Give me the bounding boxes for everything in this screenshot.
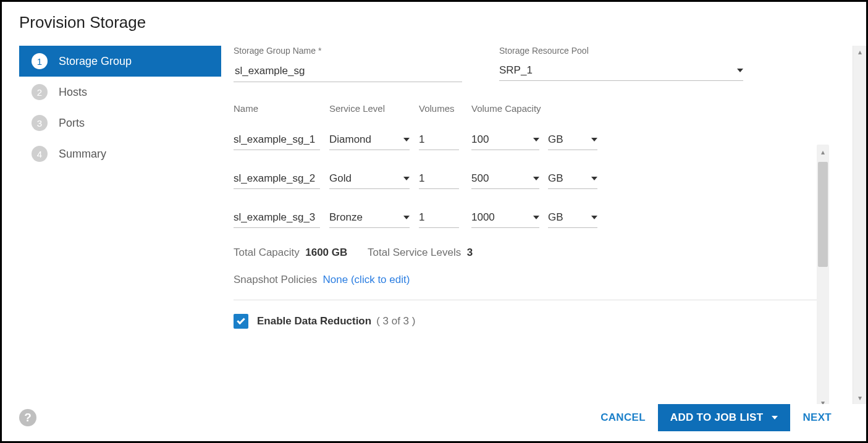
step-label: Ports bbox=[59, 117, 85, 130]
chevron-down-icon bbox=[737, 69, 743, 72]
row-volumes-input[interactable]: 1 bbox=[419, 208, 459, 228]
page-title: Provision Storage bbox=[2, 13, 866, 46]
row-name-input[interactable]: sl_example_sg_1 bbox=[234, 130, 320, 150]
row-capacity-value: 1000 bbox=[471, 211, 495, 224]
step-label: Summary bbox=[59, 148, 106, 161]
col-capacity: Volume Capacity bbox=[471, 103, 595, 114]
step-hosts[interactable]: 2 Hosts bbox=[19, 77, 221, 108]
chevron-down-icon bbox=[533, 138, 539, 141]
sg-name-input[interactable] bbox=[234, 61, 462, 82]
step-summary[interactable]: 4 Summary bbox=[19, 138, 221, 169]
scroll-thumb[interactable] bbox=[818, 162, 828, 267]
row-unit-select[interactable]: GB bbox=[548, 169, 597, 189]
row-capacity-input[interactable]: 100 bbox=[471, 130, 539, 150]
add-to-job-list-label: ADD TO JOB LIST bbox=[670, 411, 764, 424]
snapshot-label: Snapshot Policies bbox=[234, 274, 317, 285]
inner-scrollbar[interactable]: ▴ ▾ bbox=[817, 145, 829, 404]
row-capacity-input[interactable]: 500 bbox=[471, 169, 539, 189]
col-service: Service Level bbox=[329, 103, 419, 114]
step-storage-group[interactable]: 1 Storage Group bbox=[19, 46, 221, 77]
row-unit-value: GB bbox=[548, 133, 563, 146]
row-service-select[interactable]: Bronze bbox=[329, 208, 410, 228]
chevron-down-icon bbox=[403, 216, 410, 219]
total-capacity-value: 1600 GB bbox=[305, 247, 347, 258]
chevron-down-icon bbox=[533, 216, 539, 219]
row-unit-value: GB bbox=[548, 172, 563, 185]
cancel-button[interactable]: CANCEL bbox=[588, 404, 658, 431]
row-unit-value: GB bbox=[548, 211, 563, 224]
row-capacity-value: 100 bbox=[471, 133, 489, 146]
col-name: Name bbox=[234, 103, 329, 114]
snapshot-policies: Snapshot Policies None (click to edit) bbox=[234, 274, 828, 286]
table-row: sl_example_sg_3 Bronze 1 1000 GB bbox=[234, 208, 828, 228]
wizard-steps: 1 Storage Group 2 Hosts 3 Ports 4 Summar… bbox=[2, 46, 221, 404]
scroll-down-icon[interactable]: ▾ bbox=[855, 393, 865, 403]
chevron-down-icon bbox=[772, 416, 778, 420]
step-ports[interactable]: 3 Ports bbox=[19, 108, 221, 138]
row-capacity-input[interactable]: 1000 bbox=[471, 208, 539, 228]
step-label: Hosts bbox=[59, 86, 87, 99]
total-levels-value: 3 bbox=[467, 247, 473, 258]
check-icon bbox=[237, 316, 245, 324]
row-capacity-value: 500 bbox=[471, 172, 489, 185]
data-reduction-checkbox[interactable] bbox=[234, 314, 248, 329]
snapshot-edit-link[interactable]: None (click to edit) bbox=[323, 274, 410, 285]
step-number: 4 bbox=[32, 146, 48, 162]
table-row: sl_example_sg_2 Gold 1 500 GB bbox=[234, 169, 828, 189]
srp-label: Storage Resource Pool bbox=[499, 46, 743, 56]
help-icon[interactable]: ? bbox=[19, 409, 36, 426]
table-header: Name Service Level Volumes Volume Capaci… bbox=[234, 103, 828, 114]
row-volumes-input[interactable]: 1 bbox=[419, 130, 459, 150]
chevron-down-icon bbox=[533, 177, 539, 180]
scroll-down-icon[interactable]: ▾ bbox=[818, 398, 828, 404]
row-service-value: Bronze bbox=[329, 211, 363, 224]
chevron-down-icon bbox=[403, 177, 410, 180]
totals: Total Capacity 1600 GB Total Service Lev… bbox=[234, 247, 828, 259]
row-service-select[interactable]: Gold bbox=[329, 169, 410, 189]
data-reduction-label: Enable Data Reduction bbox=[257, 315, 371, 327]
next-button[interactable]: NEXT bbox=[790, 404, 844, 431]
scroll-up-icon[interactable]: ▴ bbox=[855, 47, 865, 57]
scroll-up-icon[interactable]: ▴ bbox=[818, 147, 828, 157]
row-service-value: Diamond bbox=[329, 133, 371, 146]
total-levels-label: Total Service Levels bbox=[368, 247, 461, 258]
add-to-job-list-button[interactable]: ADD TO JOB LIST bbox=[658, 404, 791, 431]
step-number: 2 bbox=[32, 84, 48, 100]
table-row: sl_example_sg_1 Diamond 1 100 GB bbox=[234, 130, 828, 150]
srp-value: SRP_1 bbox=[499, 64, 533, 77]
chevron-down-icon bbox=[591, 138, 597, 141]
chevron-down-icon bbox=[403, 138, 410, 141]
outer-scrollbar[interactable]: ▴ ▾ bbox=[853, 46, 866, 404]
sg-name-label: Storage Group Name * bbox=[234, 46, 462, 56]
row-name-input[interactable]: sl_example_sg_2 bbox=[234, 169, 320, 189]
step-label: Storage Group bbox=[59, 55, 132, 68]
step-number: 3 bbox=[32, 115, 48, 131]
main-panel: Storage Group Name * Storage Resource Po… bbox=[221, 46, 853, 404]
row-name-input[interactable]: sl_example_sg_3 bbox=[234, 208, 320, 228]
row-service-value: Gold bbox=[329, 172, 352, 185]
col-volumes: Volumes bbox=[419, 103, 471, 114]
row-volumes-input[interactable]: 1 bbox=[419, 169, 459, 189]
chevron-down-icon bbox=[591, 216, 597, 219]
step-number: 1 bbox=[32, 53, 48, 69]
data-reduction-count: ( 3 of 3 ) bbox=[376, 315, 415, 327]
row-unit-select[interactable]: GB bbox=[548, 208, 597, 228]
total-capacity-label: Total Capacity bbox=[234, 247, 300, 258]
chevron-down-icon bbox=[591, 177, 597, 180]
srp-select[interactable]: SRP_1 bbox=[499, 61, 743, 81]
row-unit-select[interactable]: GB bbox=[548, 130, 597, 150]
sg-name-value[interactable] bbox=[234, 64, 462, 78]
row-service-select[interactable]: Diamond bbox=[329, 130, 410, 150]
divider bbox=[234, 300, 828, 300]
